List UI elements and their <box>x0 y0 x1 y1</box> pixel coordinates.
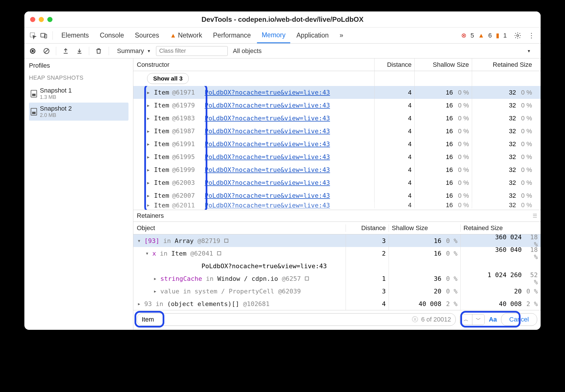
expand-arrow-icon[interactable]: ▶ <box>154 289 158 293</box>
expand-arrow-icon[interactable]: ▶ <box>138 302 142 306</box>
tab-application[interactable]: Application <box>292 28 334 43</box>
chevron-down-icon[interactable]: ▼ <box>527 49 531 53</box>
clear-icon[interactable] <box>42 48 51 54</box>
object-link-icon[interactable] <box>224 239 228 243</box>
inspect-icon[interactable] <box>28 32 38 39</box>
tab-performance[interactable]: Performance <box>209 28 256 43</box>
snapshot-icon <box>31 90 37 97</box>
toolbar: Summary ▼ All objects ▼ <box>24 44 541 58</box>
retainer-row[interactable]: PoLdbOX?nocache=true&view=live:43 <box>133 260 541 272</box>
header-distance[interactable]: Distance <box>374 58 414 71</box>
find-next-button[interactable]: ﹀ <box>472 314 484 325</box>
expand-arrow-icon[interactable]: ▶ <box>154 277 158 281</box>
retainer-row[interactable]: ▶ 93 in (object elements)[] @102681 4 40… <box>133 297 541 310</box>
source-link[interactable]: PoLdbOX?nocache=true&view=live:43 <box>204 192 330 199</box>
header-constructor[interactable]: Constructor <box>133 61 374 68</box>
shallow-pct: 0 % <box>444 275 457 282</box>
tab-network[interactable]: ▲ Network <box>165 28 207 43</box>
constructor-row[interactable]: ▶ Item @62011 PoLdbOX?nocache=true&view=… <box>133 202 541 208</box>
expand-arrow-icon[interactable]: ▶ <box>147 168 151 172</box>
minimize-window-button[interactable] <box>39 17 44 22</box>
trash-icon[interactable] <box>94 48 103 54</box>
record-icon[interactable] <box>28 48 37 54</box>
maximize-window-button[interactable] <box>47 17 52 22</box>
close-window-button[interactable] <box>30 17 35 22</box>
retainer-row[interactable]: ▼ [93] in Array @82719 3 160 % 360 02418… <box>133 234 541 247</box>
object-link-icon[interactable] <box>305 277 309 281</box>
find-prev-button[interactable]: ︿ <box>460 314 472 325</box>
constructor-row[interactable]: ▶ Item @61995 PoLdbOX?nocache=true&view=… <box>133 150 541 163</box>
shallow-value: 16 <box>446 102 453 109</box>
source-link[interactable]: PoLdbOX?nocache=true&view=live:43 <box>204 179 330 186</box>
all-objects-dropdown[interactable]: All objects <box>233 47 262 55</box>
constructor-row[interactable]: ▶ Item @61991 PoLdbOX?nocache=true&view=… <box>133 138 541 150</box>
expand-arrow-icon[interactable]: ▶ <box>147 129 151 134</box>
expand-arrow-icon[interactable]: ▼ <box>138 239 142 243</box>
view-dropdown[interactable]: Summary ▼ <box>117 47 151 55</box>
source-link[interactable]: PoLdbOX?nocache=true&view=live:43 <box>204 89 330 96</box>
snapshot-size: 1.3 MB <box>40 94 72 100</box>
constructor-row[interactable]: ▶ Item @62007 PoLdbOX?nocache=true&view=… <box>133 189 541 202</box>
expand-arrow-icon[interactable]: ▶ <box>147 155 151 159</box>
issue-badges[interactable]: ⊗5 ▲6 ▮1 <box>461 32 507 39</box>
object-link-icon[interactable] <box>217 251 221 255</box>
constructor-row[interactable]: ▶ Item @61983 PoLdbOX?nocache=true&view=… <box>133 112 541 125</box>
class-filter-input[interactable] <box>156 46 228 56</box>
header-distance[interactable]: Distance <box>346 224 389 232</box>
source-link[interactable]: PoLdbOX?nocache=true&view=live:43 <box>201 262 327 270</box>
constructor-row[interactable]: ▶ Item @62003 PoLdbOX?nocache=true&view=… <box>133 176 541 189</box>
source-link[interactable]: PoLdbOX?nocache=true&view=live:43 <box>204 153 330 160</box>
tab-more[interactable]: » <box>335 28 348 43</box>
upload-icon[interactable] <box>61 48 70 54</box>
expand-arrow-icon[interactable]: ▶ <box>147 142 151 146</box>
expand-arrow-icon[interactable]: ▶ <box>147 181 151 185</box>
expand-arrow-icon[interactable]: ▶ <box>147 203 151 207</box>
header-shallow[interactable]: Shallow Size <box>389 224 460 232</box>
source-link[interactable]: PoLdbOX?nocache=true&view=live:43 <box>204 140 330 148</box>
kebab-menu-icon[interactable]: ⋮ <box>528 32 535 40</box>
retained-pct: 52 % <box>525 271 538 286</box>
source-link[interactable]: PoLdbOX?nocache=true&view=live:43 <box>204 166 330 173</box>
cancel-button[interactable]: Cancel <box>501 313 537 326</box>
hamburger-icon[interactable]: ☰ <box>533 213 537 219</box>
download-icon[interactable] <box>75 48 84 54</box>
source-link[interactable]: PoLdbOX?nocache=true&view=live:43 <box>204 128 330 135</box>
shallow-value: 16 <box>446 115 453 122</box>
distance-value: 4 <box>377 89 412 96</box>
source-link[interactable]: PoLdbOX?nocache=true&view=live:43 <box>204 115 330 122</box>
header-shallow[interactable]: Shallow Size <box>414 58 472 71</box>
tab-memory[interactable]: Memory <box>257 28 290 43</box>
warning-icon: ▲ <box>478 32 484 39</box>
find-input[interactable] <box>142 316 412 323</box>
constructor-row[interactable]: ▶ Item @61979 PoLdbOX?nocache=true&view=… <box>133 99 541 112</box>
expand-arrow-icon[interactable]: ▼ <box>146 251 150 256</box>
clear-search-icon[interactable]: ⓧ <box>412 315 418 324</box>
tab-console[interactable]: Console <box>95 28 128 43</box>
warning-icon: ▲ <box>170 32 176 39</box>
retainer-row[interactable]: ▶ value in system / PropertyCell @62039 … <box>133 285 541 297</box>
expand-arrow-icon[interactable]: ▶ <box>147 193 151 198</box>
header-object[interactable]: Object <box>133 224 346 232</box>
constructor-row[interactable]: ▶ Item @61987 PoLdbOX?nocache=true&view=… <box>133 125 541 138</box>
header-retained[interactable]: Retained Size <box>460 224 541 232</box>
match-case-toggle[interactable]: Aa <box>489 316 497 323</box>
snapshot-item[interactable]: Snapshot 1 1.3 MB <box>29 85 128 103</box>
expand-arrow-icon[interactable]: ▶ <box>147 90 151 95</box>
tab-sources[interactable]: Sources <box>130 28 163 43</box>
snapshot-item[interactable]: Snapshot 2 2.0 MB <box>29 103 128 121</box>
constructor-row[interactable]: ▶ Item @61971 PoLdbOX?nocache=true&view=… <box>133 86 541 99</box>
retainer-row[interactable]: ▼ x in Item @62041 2 160 % 360 04018 % <box>133 247 541 260</box>
chevron-down-icon: ▼ <box>147 49 151 53</box>
retained-pct: 0 % <box>519 102 532 109</box>
header-retained[interactable]: Retained Size <box>472 58 535 71</box>
expand-arrow-icon[interactable]: ▶ <box>147 116 151 121</box>
expand-arrow-icon[interactable]: ▶ <box>147 103 151 108</box>
retainer-row[interactable]: ▶ stringCache in Window / cdpn.io @6257 … <box>133 272 541 285</box>
source-link[interactable]: PoLdbOX?nocache=true&view=live:43 <box>204 102 330 109</box>
gear-icon[interactable] <box>513 32 522 39</box>
source-link[interactable]: PoLdbOX?nocache=true&view=live:43 <box>204 202 330 208</box>
device-toggle-icon[interactable] <box>39 32 48 39</box>
tab-elements[interactable]: Elements <box>57 28 93 43</box>
constructor-row[interactable]: ▶ Item @61999 PoLdbOX?nocache=true&view=… <box>133 163 541 176</box>
show-all-button[interactable]: Show all 3 <box>147 73 189 84</box>
